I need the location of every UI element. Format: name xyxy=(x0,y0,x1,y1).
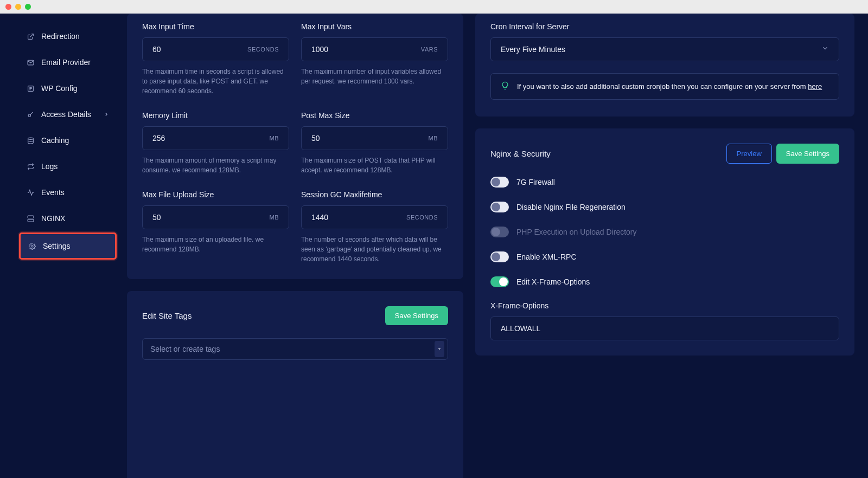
toggle-xframe-options: Edit X-Frame-Options xyxy=(490,276,839,287)
sidebar-item-label: Redirection xyxy=(41,32,80,41)
sidebar-item-label: Email Provider xyxy=(41,58,91,67)
cron-notice: If you want to also add additional custo… xyxy=(490,73,839,100)
swap-icon xyxy=(27,163,34,170)
save-tags-button[interactable]: Save Settings xyxy=(385,306,448,325)
toggle-label: Disable Nginx File Regeneration xyxy=(516,203,626,211)
gear-icon xyxy=(28,242,36,250)
maximize-window-button[interactable] xyxy=(25,4,31,10)
field-max-input-time: Max Input Time SECONDS The maximum time … xyxy=(142,22,289,96)
max-input-time-input[interactable] xyxy=(152,45,247,54)
svg-point-9 xyxy=(28,138,33,139)
save-security-button[interactable]: Save Settings xyxy=(776,144,839,164)
field-memory-limit: Memory Limit MB The maximum amount of me… xyxy=(142,111,289,175)
security-toggle-list: 7G Firewall Disable Nginx File Regenerat… xyxy=(490,177,839,287)
preview-button[interactable]: Preview xyxy=(726,144,772,164)
toggle-label: Enable XML-RPC xyxy=(516,253,577,261)
cron-card: Cron Interval for Server Every Five Minu… xyxy=(475,14,854,117)
notice-text: If you want to also add additional custo… xyxy=(517,82,822,91)
database-icon xyxy=(27,137,34,144)
sidebar: Redirection Email Provider WP Config Acc… xyxy=(0,14,124,478)
field-label: Session GC Maxlifetime xyxy=(301,190,448,199)
max-file-upload-input[interactable] xyxy=(152,213,270,222)
svg-marker-15 xyxy=(438,348,441,350)
memory-limit-input[interactable] xyxy=(152,134,270,143)
tags-select[interactable]: Select or create tags xyxy=(142,338,448,360)
help-text: The maximum time in seconds a script is … xyxy=(142,67,289,96)
toggle-label: PHP Execution on Upload Directory xyxy=(516,228,637,236)
help-text: The maximum number of input variables al… xyxy=(301,67,448,86)
bulb-icon xyxy=(501,81,509,92)
toggle-switch[interactable] xyxy=(490,276,509,287)
mail-icon xyxy=(27,59,34,66)
svg-point-6 xyxy=(28,114,30,116)
close-window-button[interactable] xyxy=(5,4,11,10)
input-wrap: SECONDS xyxy=(301,205,448,229)
toggle-switch xyxy=(490,227,509,237)
field-label: Max Input Time xyxy=(142,22,289,31)
php-settings-card: Max Input Time SECONDS The maximum time … xyxy=(127,14,463,279)
field-max-input-vars: Max Input Vars VARS The maximum number o… xyxy=(301,22,448,96)
activity-icon xyxy=(27,189,34,196)
select-value: Every Five Minutes xyxy=(501,45,565,54)
sidebar-item-label: Access Details xyxy=(41,110,91,119)
toggle-php-upload-exec: PHP Execution on Upload Directory xyxy=(490,227,839,237)
cron-interval-select[interactable]: Every Five Minutes xyxy=(490,37,839,61)
svg-line-8 xyxy=(32,112,33,113)
field-label: Max File Upload Size xyxy=(142,190,289,199)
external-link-icon xyxy=(27,33,34,40)
sidebar-item-logs[interactable]: Logs xyxy=(19,154,117,178)
post-max-size-input[interactable] xyxy=(311,134,429,143)
svg-line-0 xyxy=(30,34,33,37)
field-label: Post Max Size xyxy=(301,111,448,120)
sidebar-item-wp-config[interactable]: WP Config xyxy=(19,76,117,100)
field-label: Max Input Vars xyxy=(301,22,448,31)
unit-label: MB xyxy=(270,214,279,221)
toggle-switch[interactable] xyxy=(490,202,509,212)
sidebar-item-redirection[interactable]: Redirection xyxy=(19,24,117,48)
input-wrap: SECONDS xyxy=(142,37,289,61)
svg-rect-11 xyxy=(28,219,34,221)
field-label: Cron Interval for Server xyxy=(490,22,839,31)
help-text: The number of seconds after which data w… xyxy=(301,235,448,264)
help-text: The maximum amount of memory a script ma… xyxy=(142,156,289,175)
toggle-switch[interactable] xyxy=(490,251,509,262)
unit-label: SECONDS xyxy=(406,214,438,221)
edit-site-tags-card: Edit Site Tags Save Settings Select or c… xyxy=(127,291,463,478)
sidebar-item-email-provider[interactable]: Email Provider xyxy=(19,50,117,74)
section-title: Edit Site Tags xyxy=(142,311,192,320)
section-title: Nginx & Security xyxy=(490,149,551,158)
sidebar-item-label: NGINX xyxy=(41,214,65,223)
sidebar-item-events[interactable]: Events xyxy=(19,180,117,204)
field-session-gc: Session GC Maxlifetime SECONDS The numbe… xyxy=(301,190,448,264)
sidebar-item-label: Caching xyxy=(41,136,69,145)
sidebar-item-label: WP Config xyxy=(41,84,78,93)
field-label: Memory Limit xyxy=(142,111,289,120)
max-input-vars-input[interactable] xyxy=(311,45,421,54)
dropdown-toggle-icon[interactable] xyxy=(435,341,444,357)
minimize-window-button[interactable] xyxy=(15,4,21,10)
tags-placeholder: Select or create tags xyxy=(150,345,220,353)
sidebar-item-settings[interactable]: Settings xyxy=(19,232,117,260)
xframe-select[interactable]: ALLOWALL xyxy=(490,316,839,340)
sidebar-item-caching[interactable]: Caching xyxy=(19,128,117,152)
input-wrap: MB xyxy=(142,126,289,150)
sidebar-item-label: Logs xyxy=(41,162,58,171)
unit-label: MB xyxy=(429,135,438,141)
sidebar-item-label: Settings xyxy=(43,242,71,250)
chevron-right-icon xyxy=(104,110,109,119)
help-text: The maximum size of an uploaded file. we… xyxy=(142,235,289,254)
toggle-enable-xmlrpc: Enable XML-RPC xyxy=(490,251,839,262)
toggle-7g-firewall: 7G Firewall xyxy=(490,177,839,188)
session-gc-input[interactable] xyxy=(311,213,406,222)
cron-here-link[interactable]: here xyxy=(808,82,822,91)
nginx-security-card: Nginx & Security Preview Save Settings 7… xyxy=(475,128,854,356)
sidebar-item-nginx[interactable]: NGINX xyxy=(19,206,117,230)
field-max-file-upload: Max File Upload Size MB The maximum size… xyxy=(142,190,289,264)
unit-label: MB xyxy=(270,135,279,141)
chevron-down-icon xyxy=(821,44,829,54)
server-icon xyxy=(27,215,34,222)
toggle-switch[interactable] xyxy=(490,177,509,188)
config-icon xyxy=(27,85,34,92)
window-titlebar xyxy=(0,0,868,14)
sidebar-item-access-details[interactable]: Access Details xyxy=(19,102,117,126)
